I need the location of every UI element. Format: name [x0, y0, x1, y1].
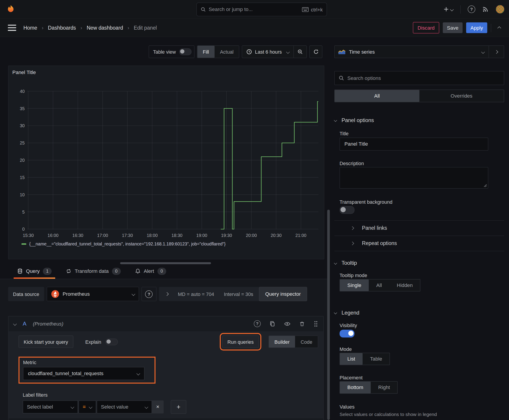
drag-handle-icon[interactable]	[313, 320, 318, 327]
breadcrumb-separator: ›	[81, 25, 82, 30]
horizontal-scrollbar-thumb[interactable]	[120, 262, 211, 264]
tab-query-label: Query	[26, 268, 40, 274]
breadcrumb-new-dashboard[interactable]: New dashboard	[87, 25, 123, 31]
prometheus-logo	[51, 290, 60, 298]
label-filter-row: Select label = Select value × +	[23, 400, 318, 414]
chevron-right-icon	[350, 242, 354, 245]
remove-filter-button[interactable]: ×	[152, 400, 164, 413]
interval-stat: Interval = 30s	[224, 291, 253, 297]
kick-start-query-button[interactable]: Kick start your query	[18, 336, 73, 348]
query-inspector-button[interactable]: Query inspector	[259, 287, 307, 301]
placement-right-option[interactable]: Right	[371, 382, 397, 393]
data-source-picker[interactable]: Prometheus	[47, 287, 139, 301]
chevron-down-icon	[286, 50, 290, 54]
tooltip-single-option[interactable]: Single	[340, 279, 369, 291]
panel-options-heading: Panel options	[342, 117, 374, 123]
hide-response-eye-icon[interactable]	[284, 321, 291, 327]
breadcrumb-current: Edit panel	[134, 25, 157, 31]
tab-transform-data[interactable]: Transform data 0	[62, 264, 124, 279]
database-icon	[17, 268, 23, 274]
builder-option[interactable]: Builder	[269, 336, 295, 347]
visualization-picker[interactable]: Time series	[334, 45, 504, 58]
legend-section-header[interactable]: Legend	[334, 310, 504, 316]
collapse-options-pane-button[interactable]	[489, 51, 504, 53]
panel-options-section-header[interactable]: Panel options	[334, 117, 504, 123]
duplicate-query-icon[interactable]	[270, 321, 275, 327]
search-icon	[201, 7, 206, 12]
select-label-dropdown[interactable]: Select label	[23, 400, 78, 413]
tooltip-section-header[interactable]: Tooltip	[334, 260, 504, 266]
clock-icon	[246, 49, 252, 54]
svg-text:5: 5	[22, 210, 25, 215]
operator-dropdown[interactable]: =	[79, 400, 96, 413]
placement-bottom-option[interactable]: Bottom	[340, 382, 371, 393]
transparent-background-toggle[interactable]	[340, 206, 355, 214]
tab-all[interactable]: All	[335, 90, 419, 102]
collapse-header-button[interactable]	[495, 25, 504, 30]
run-queries-button-highlighted[interactable]: Run queries	[222, 336, 259, 348]
data-source-value: Prometheus	[63, 291, 90, 297]
alert-count-badge: 0	[157, 268, 166, 275]
actual-option[interactable]: Actual	[214, 46, 239, 58]
breadcrumb-dashboards[interactable]: Dashboards	[48, 25, 76, 31]
table-view-control: Table view	[149, 45, 194, 58]
add-filter-button[interactable]: +	[171, 400, 186, 414]
expand-options-icon[interactable]	[165, 292, 168, 296]
search-input[interactable]: Search or jump to... ctrl+k	[196, 3, 327, 16]
explain-toggle[interactable]	[106, 338, 118, 345]
apply-button[interactable]: Apply	[466, 22, 487, 33]
tab-alert[interactable]: Alert 0	[131, 264, 169, 279]
metric-select[interactable]: cloudflared_tunnel_total_requests	[23, 367, 144, 380]
chart-legend-item[interactable]: {__name__="cloudflared_tunnel_total_requ…	[21, 241, 226, 246]
query-help-icon[interactable]: ?	[254, 320, 261, 327]
tooltip-all-option[interactable]: All	[369, 279, 389, 291]
delete-query-trash-icon[interactable]	[299, 321, 305, 327]
news-rss-button[interactable]	[482, 6, 488, 12]
tab-query[interactable]: Query 1	[14, 264, 55, 279]
query-row-header[interactable]: A (Prometheus) ?	[8, 316, 323, 331]
label-filters-label: Label filters	[23, 392, 318, 398]
svg-text:16:00: 16:00	[48, 233, 59, 238]
repeat-options-section[interactable]: Repeat options	[334, 236, 504, 251]
description-textarea[interactable]	[340, 167, 488, 188]
user-avatar[interactable]	[496, 5, 504, 14]
tab-overrides[interactable]: Overrides	[419, 90, 504, 102]
collapse-query-icon[interactable]	[13, 322, 17, 326]
resize-handle-icon[interactable]	[484, 184, 487, 187]
panel-title-input[interactable]: Panel Title	[340, 137, 488, 150]
svg-text:20:30: 20:30	[271, 233, 282, 238]
metric-value: cloudflared_tunnel_total_requests	[28, 371, 103, 376]
fill-option[interactable]: Fill	[197, 46, 214, 58]
panel-title: Panel Title	[12, 69, 36, 75]
add-new-button[interactable]	[443, 7, 453, 12]
select-value-dropdown[interactable]: Select value	[97, 400, 152, 413]
menu-toggle-button[interactable]	[8, 25, 16, 31]
legend-visibility-toggle[interactable]	[340, 330, 355, 338]
save-button[interactable]: Save	[443, 22, 463, 33]
tooltip-hidden-option[interactable]: Hidden	[389, 279, 420, 291]
time-range-button[interactable]: Last 6 hours	[242, 49, 294, 54]
query-editor-area: Data source Prometheus ? MD = auto = 704…	[0, 279, 328, 420]
chevron-down-icon	[334, 261, 337, 264]
grafana-logo[interactable]	[6, 5, 15, 14]
zoom-out-time-button[interactable]	[294, 46, 306, 58]
question-icon: ?	[145, 290, 153, 298]
legend-table-option[interactable]: Table	[363, 353, 390, 365]
chevron-down-icon	[450, 8, 454, 11]
table-view-toggle[interactable]	[179, 48, 191, 55]
datasource-help-button[interactable]: ?	[141, 287, 156, 301]
help-button[interactable]: ?	[468, 6, 475, 13]
search-options-input[interactable]: Search options	[334, 71, 504, 85]
panel-preview-card: Panel Title 051015202530354015:3016:0016…	[8, 66, 324, 259]
panel-title-input-value: Panel Title	[344, 141, 368, 147]
vertical-scrollbar-thumb[interactable]	[327, 210, 330, 420]
code-option[interactable]: Code	[295, 336, 318, 347]
query-count-badge: 1	[43, 268, 52, 275]
discard-button[interactable]: Discard	[413, 22, 439, 33]
timeseries-chart[interactable]: 051015202530354015:3016:0016:3017:0017:3…	[8, 66, 324, 259]
panel-links-section[interactable]: Panel links	[334, 221, 504, 236]
svg-text:17:30: 17:30	[122, 233, 133, 238]
refresh-button[interactable]	[309, 45, 322, 58]
legend-list-option[interactable]: List	[340, 353, 363, 365]
breadcrumb-home[interactable]: Home	[23, 25, 37, 31]
